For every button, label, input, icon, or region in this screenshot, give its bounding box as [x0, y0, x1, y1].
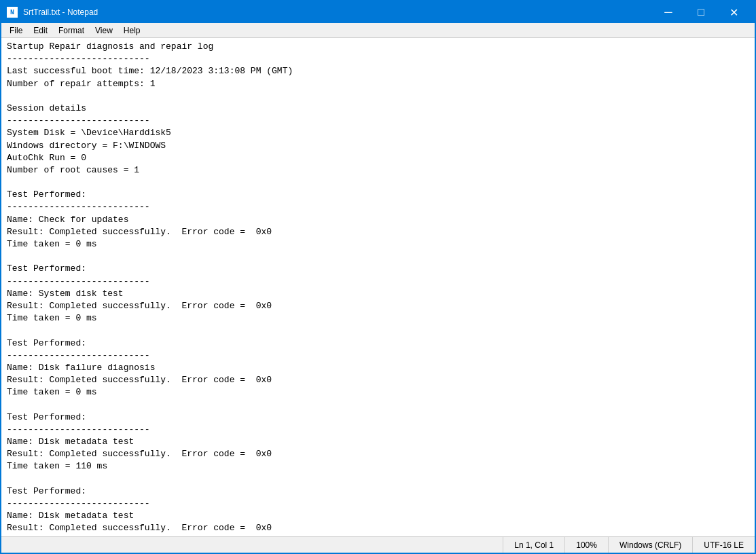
- notepad-icon: N: [7, 7, 18, 18]
- menu-file[interactable]: File: [4, 23, 28, 37]
- zoom-level: 100%: [564, 537, 608, 553]
- menu-edit[interactable]: Edit: [28, 23, 53, 37]
- minimize-button[interactable]: ─: [653, 1, 684, 23]
- status-spacer: [1, 537, 503, 553]
- menu-view[interactable]: View: [90, 23, 118, 37]
- encoding: UTF-16 LE: [692, 537, 755, 553]
- cursor-position: Ln 1, Col 1: [503, 537, 564, 553]
- title-bar: N SrtTrail.txt - Notepad ─ □ ✕: [1, 1, 755, 23]
- title-bar-left: N SrtTrail.txt - Notepad: [7, 7, 98, 18]
- menu-help[interactable]: Help: [118, 23, 146, 37]
- menu-bar: File Edit Format View Help: [1, 23, 755, 38]
- window-title: SrtTrail.txt - Notepad: [23, 7, 98, 17]
- maximize-button[interactable]: □: [685, 1, 717, 23]
- close-button[interactable]: ✕: [718, 1, 749, 23]
- text-editor[interactable]: [1, 38, 755, 536]
- window-controls: ─ □ ✕: [653, 1, 749, 23]
- text-container: [1, 38, 755, 536]
- notepad-window: N SrtTrail.txt - Notepad ─ □ ✕ File Edit…: [0, 0, 756, 554]
- menu-format[interactable]: Format: [53, 23, 90, 37]
- status-bar: Ln 1, Col 1 100% Windows (CRLF) UTF-16 L…: [1, 536, 755, 553]
- line-ending: Windows (CRLF): [608, 537, 692, 553]
